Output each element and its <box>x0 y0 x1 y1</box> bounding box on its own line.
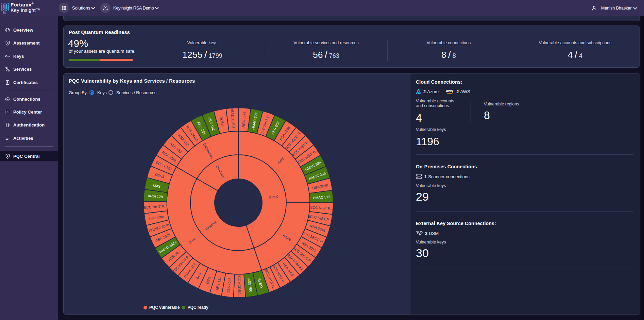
svg-text:aws: aws <box>446 89 453 93</box>
svg-text:ECC KCDSA ...: ECC KCDSA ... <box>237 274 242 299</box>
